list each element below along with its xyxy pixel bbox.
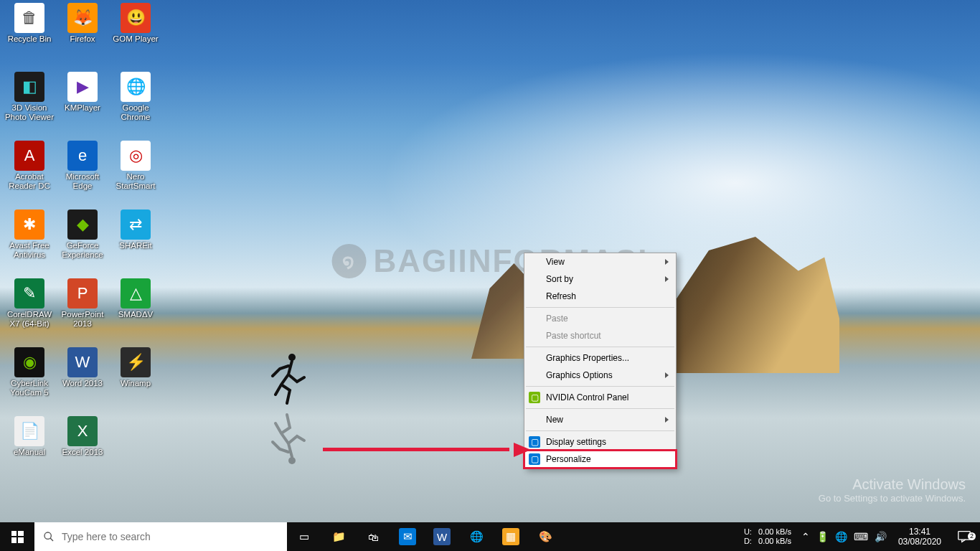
search-input[interactable] xyxy=(62,531,278,542)
context-menu-item-label: Graphics Options xyxy=(546,370,613,380)
app-icon: 🌐 xyxy=(121,72,151,102)
desktop-icon-geforce-experience[interactable]: ◆GeForce Experience xyxy=(56,209,109,260)
taskbar-pinned-task-view[interactable]: ▭ xyxy=(287,522,321,551)
context-menu-item-label: Graphics Properties... xyxy=(546,353,629,363)
app-icon: ⇄ xyxy=(121,209,151,240)
app-icon: A xyxy=(14,141,44,171)
submenu-arrow-icon xyxy=(665,276,669,282)
desktop-icon-avast-free-antivirus[interactable]: ✱Avast Free Antivirus xyxy=(3,209,56,260)
taskbar-pinned-microsoft-store[interactable]: 🛍 xyxy=(356,522,390,551)
search-icon xyxy=(43,531,55,542)
desktop-icon-shareit[interactable]: ⇄SHAREit xyxy=(109,209,162,250)
desktop[interactable]: ໑ BAGIINFORMASI 🗑Recycle Bin🦊Firefox😃GOM… xyxy=(0,0,980,522)
desktop-icon-kmplayer[interactable]: ▶KMPlayer xyxy=(56,72,109,113)
context-menu-item-sort-by[interactable]: Sort by xyxy=(524,270,676,288)
annotation-arrow xyxy=(323,445,531,455)
context-menu-separator xyxy=(526,430,674,431)
taskbar-clock[interactable]: 13:41 03/08/2020 xyxy=(891,527,948,547)
desktop-icon-firefox[interactable]: 🦊Firefox xyxy=(56,3,109,44)
app-icon: 🦊 xyxy=(67,3,98,33)
context-menu-item-label: Paste xyxy=(546,314,568,324)
taskbar-pinned-file-explorer[interactable]: 📁 xyxy=(321,522,356,551)
app-icon: 😃 xyxy=(121,3,151,33)
app-icon: △ xyxy=(121,278,151,309)
taskbar-pinned-chrome[interactable]: 🌐 xyxy=(459,522,494,551)
context-menu-item-graphics-options[interactable]: Graphics Options xyxy=(524,367,676,384)
taskbar-pinned-paint[interactable]: 🎨 xyxy=(528,522,562,551)
paint-icon: 🎨 xyxy=(537,528,554,545)
desktop-icon-winamp[interactable]: ⚡Winamp xyxy=(109,347,162,388)
clock-date: 03/08/2020 xyxy=(898,537,941,547)
taskbar: ▭📁🛍✉W🌐▦🎨 U: 0.00 kB/s D: 0.00 kB/s ⌃ 🔋 🌐… xyxy=(0,522,980,551)
desktop-icon-label: Avast Free Antivirus xyxy=(3,241,56,260)
desktop-icon-microsoft-edge[interactable]: eMicrosoft Edge xyxy=(56,141,109,191)
submenu-arrow-icon xyxy=(665,372,669,378)
desktop-icon-label: CorelDRAW X7 (64-Bit) xyxy=(3,310,56,329)
system-tray: U: 0.00 kB/s D: 0.00 kB/s ⌃ 🔋 🌐 ⌨ 🔊 13:4… xyxy=(738,522,980,551)
tray-language-icon[interactable]: ⌨ xyxy=(854,531,868,542)
app-icon: ✱ xyxy=(14,209,44,240)
desktop-icon-smad-v[interactable]: △SMADΔV xyxy=(109,278,162,319)
app-icon: X xyxy=(67,416,98,446)
desktop-icon-powerpoint-2013[interactable]: PPowerPoint 2013 xyxy=(56,278,109,329)
submenu-arrow-icon xyxy=(665,259,669,265)
context-menu-item-refresh[interactable]: Refresh xyxy=(524,288,676,305)
taskbar-search[interactable] xyxy=(34,522,287,551)
desktop-icon-recycle-bin[interactable]: 🗑Recycle Bin xyxy=(3,3,56,44)
context-menu-item-new[interactable]: New xyxy=(524,411,676,428)
app-icon: 📄 xyxy=(14,416,44,446)
tray-network-icon[interactable]: 🌐 xyxy=(835,531,847,542)
file-explorer-icon: 📁 xyxy=(330,528,347,545)
taskbar-pinned-area: ▭📁🛍✉W🌐▦🎨 xyxy=(287,522,562,551)
desktop-icon-label: GOM Player xyxy=(109,34,162,44)
start-button[interactable] xyxy=(0,522,34,551)
desktop-icon-label: Firefox xyxy=(56,34,109,44)
context-menu-separator xyxy=(526,386,674,387)
context-menu-item-nvidia-control-panel[interactable]: ▢NVIDIA Control Panel xyxy=(524,389,676,406)
clock-time: 13:41 xyxy=(898,527,941,537)
desktop-icon-label: eManual xyxy=(3,448,56,457)
desktop-icon-label: Recycle Bin xyxy=(3,34,56,44)
tray-chevron-up-icon[interactable]: ⌃ xyxy=(801,531,810,542)
desktop-icon-label: SHAREit xyxy=(109,241,162,250)
taskbar-pinned-mail[interactable]: ✉ xyxy=(390,522,425,551)
desktop-icon-3d-vision-photo-viewer[interactable]: ◧3D Vision Photo Viewer xyxy=(3,72,56,122)
desktop-icon-label: Nero StartSmart xyxy=(109,172,162,191)
desktop-icon-label: Word 2013 xyxy=(56,379,109,388)
activate-windows-watermark: Activate Windows Go to Settings to activ… xyxy=(819,476,966,504)
tray-volume-icon[interactable]: 🔊 xyxy=(875,531,887,542)
context-menu-item-personalize[interactable]: ▢Personalize xyxy=(524,451,676,468)
desktop-icon-google-chrome[interactable]: 🌐Google Chrome xyxy=(109,72,162,122)
desktop-icon-excel-2013[interactable]: XExcel 2013 xyxy=(56,416,109,457)
desktop-icon-acrobat-reader-dc[interactable]: AAcrobat Reader DC xyxy=(3,141,56,191)
desktop-icon-nero-startsmart[interactable]: ◎Nero StartSmart xyxy=(109,141,162,191)
app-icon: ✎ xyxy=(14,278,44,309)
nvidia-icon: ▢ xyxy=(529,392,540,403)
desktop-icon-cyberlink-youcam-5[interactable]: ◉CyberLink YouCam 5 xyxy=(3,347,56,397)
desktop-icon-gom-player[interactable]: 😃GOM Player xyxy=(109,3,162,44)
wallpaper-rock-right xyxy=(653,237,839,373)
svg-line-3 xyxy=(50,538,53,541)
app-icon: P xyxy=(67,278,98,309)
app-icon: 🗑 xyxy=(14,3,44,33)
taskbar-pinned-word[interactable]: W xyxy=(425,522,459,551)
taskbar-pinned-media-player-classic[interactable]: ▦ xyxy=(494,522,528,551)
app-icon: ◆ xyxy=(67,209,98,240)
desktop-icon-word-2013[interactable]: WWord 2013 xyxy=(56,347,109,388)
network-speed-meter: U: 0.00 kB/s D: 0.00 kB/s xyxy=(738,527,797,546)
context-menu-item-view[interactable]: View xyxy=(524,253,676,270)
desktop-icon-label: GeForce Experience xyxy=(56,241,109,260)
desktop-context-menu: ViewSort byRefreshPastePaste shortcutGra… xyxy=(524,253,677,468)
context-menu-item-display-settings[interactable]: ▢Display settings xyxy=(524,433,676,451)
tray-battery-icon[interactable]: 🔋 xyxy=(816,531,829,542)
context-menu-item-paste-shortcut: Paste shortcut xyxy=(524,327,676,344)
desktop-icon-emanual[interactable]: 📄eManual xyxy=(3,416,56,457)
app-icon: W xyxy=(67,347,98,377)
context-menu-item-graphics-properties[interactable]: Graphics Properties... xyxy=(524,349,676,367)
context-menu-item-label: Display settings xyxy=(546,437,606,447)
wallpaper-runner-reflection xyxy=(265,409,308,466)
desktop-icon-label: Acrobat Reader DC xyxy=(3,172,56,191)
action-center-button[interactable]: 2 xyxy=(948,530,980,543)
desktop-icon-coreldraw-x7-64-bit[interactable]: ✎CorelDRAW X7 (64-Bit) xyxy=(3,278,56,329)
desktop-icon-label: 3D Vision Photo Viewer xyxy=(3,103,56,122)
